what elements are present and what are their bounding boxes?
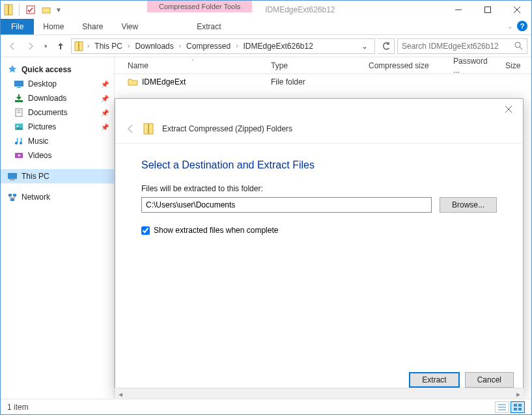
tree-label: This PC [21, 172, 49, 181]
column-name[interactable]: ˄Name [121, 61, 264, 70]
checkbox-label: Show extracted files when complete [154, 226, 278, 235]
svg-rect-1 [8, 5, 9, 15]
svg-rect-23 [8, 173, 17, 179]
minimize-button[interactable] [443, 1, 473, 19]
dialog-close-button[interactable] [499, 103, 518, 116]
svg-rect-9 [78, 42, 79, 51]
dialog-back-button [124, 123, 136, 135]
cancel-button[interactable]: Cancel [465, 372, 514, 388]
svg-rect-38 [518, 408, 522, 410]
this-pc-icon [7, 171, 18, 181]
contextual-tab-label: Compressed Folder Tools [147, 1, 252, 12]
scroll-right-button[interactable]: ▸ [512, 388, 524, 399]
column-headers[interactable]: ˄Name Type Compressed size Password ... … [115, 57, 531, 74]
tree-item-music[interactable]: Music [1, 134, 114, 148]
scroll-left-button[interactable]: ◂ [115, 388, 126, 399]
column-password[interactable]: Password ... [447, 57, 499, 75]
qat-properties-button[interactable] [23, 3, 38, 17]
app-icon [3, 4, 15, 16]
file-type: File folder [264, 77, 362, 87]
close-button[interactable] [502, 1, 531, 19]
tree-label: Network [21, 193, 50, 202]
qat-new-folder-button[interactable] [39, 3, 53, 17]
extract-dialog: Extract Compressed (Zipped) Folders Sele… [115, 98, 524, 395]
maximize-button[interactable] [473, 1, 502, 19]
refresh-button[interactable] [378, 38, 395, 54]
tree-label: Documents [28, 108, 68, 117]
file-row[interactable]: IDMEdgeExt File folder [115, 74, 531, 90]
tree-item-downloads[interactable]: Downloads 📌 [1, 91, 114, 105]
svg-rect-13 [17, 87, 21, 88]
horizontal-scrollbar[interactable]: ◂ ▸ [115, 388, 524, 399]
tree-label: Videos [28, 151, 51, 160]
browse-button[interactable]: Browse... [440, 197, 497, 213]
svg-rect-26 [13, 194, 16, 196]
desktop-icon [14, 79, 24, 89]
column-compressed-size[interactable]: Compressed size [362, 61, 447, 70]
search-input[interactable] [402, 42, 514, 51]
network-icon [7, 192, 18, 202]
tab-share[interactable]: Share [73, 19, 112, 34]
show-files-checkbox-input[interactable] [141, 226, 150, 235]
window-title: IDMEdgeExt626b12 [265, 5, 335, 14]
svg-line-11 [520, 47, 522, 49]
tree-item-network[interactable]: Network [1, 190, 114, 204]
dialog-heading: Select a Destination and Extract Files [141, 159, 497, 171]
search-box[interactable] [397, 38, 527, 54]
address-dropdown[interactable]: ⌄ [357, 42, 372, 51]
tree-item-videos[interactable]: Videos [1, 148, 114, 163]
breadcrumb-segment[interactable]: Downloads [132, 42, 176, 51]
chevron-right-icon[interactable]: › [234, 42, 239, 49]
breadcrumb-segment[interactable]: Compressed [184, 42, 233, 51]
breadcrumb-segment[interactable]: This PC [92, 42, 125, 51]
recent-dropdown[interactable]: ▾ [41, 38, 50, 54]
svg-rect-5 [484, 7, 490, 13]
chevron-right-icon[interactable]: › [126, 42, 131, 49]
svg-rect-14 [15, 100, 23, 102]
extract-button[interactable]: Extract [409, 372, 459, 388]
svg-rect-3 [42, 8, 50, 13]
ribbon-expand-button[interactable]: ⌵ [508, 23, 512, 30]
tree-quick-access[interactable]: Quick access [1, 62, 114, 77]
svg-rect-12 [14, 81, 23, 87]
tree-item-desktop[interactable]: Desktop 📌 [1, 77, 114, 91]
chevron-right-icon[interactable]: › [86, 42, 91, 49]
back-button[interactable] [5, 38, 20, 54]
status-item-count: 1 item [7, 403, 29, 412]
tab-extract[interactable]: Extract [188, 19, 230, 34]
dialog-crumb-title: Extract Compressed (Zipped) Folders [162, 124, 292, 133]
column-type[interactable]: Type [264, 61, 362, 70]
tree-label: Music [28, 137, 48, 146]
svg-rect-35 [514, 404, 517, 407]
pin-icon: 📌 [101, 81, 109, 88]
help-button[interactable]: ? [517, 21, 527, 31]
up-button[interactable] [53, 38, 68, 54]
breadcrumb-segment[interactable]: IDMEdgeExt626b12 [240, 42, 315, 51]
chevron-right-icon[interactable]: › [178, 42, 182, 49]
view-details-button[interactable] [495, 401, 509, 413]
svg-rect-31 [148, 124, 149, 134]
file-tab[interactable]: File [1, 19, 34, 34]
tree-label: Quick access [21, 65, 72, 74]
navigation-tree[interactable]: Quick access Desktop 📌 Downloads 📌 Docum… [1, 57, 115, 399]
tree-item-documents[interactable]: Documents 📌 [1, 105, 114, 120]
view-large-icons-button[interactable] [511, 401, 525, 413]
tree-item-this-pc[interactable]: This PC [1, 169, 114, 183]
star-icon [7, 64, 18, 75]
folder-icon [128, 77, 138, 87]
svg-rect-37 [514, 408, 517, 410]
tab-home[interactable]: Home [34, 19, 73, 34]
pictures-icon [14, 122, 24, 132]
separator [19, 4, 20, 16]
show-files-checkbox[interactable]: Show extracted files when complete [141, 226, 497, 235]
pin-icon: 📌 [101, 109, 109, 116]
address-bar[interactable]: › This PC › Downloads › Compressed › IDM… [71, 38, 375, 54]
destination-path-input[interactable] [141, 197, 432, 213]
tree-item-pictures[interactable]: Pictures 📌 [1, 120, 114, 134]
svg-rect-36 [518, 404, 522, 407]
column-size[interactable]: Size [499, 61, 527, 70]
forward-button[interactable] [23, 38, 38, 54]
tab-view[interactable]: View [112, 19, 147, 34]
svg-point-10 [515, 42, 520, 47]
qat-customize-button[interactable]: ▾ [55, 3, 63, 17]
